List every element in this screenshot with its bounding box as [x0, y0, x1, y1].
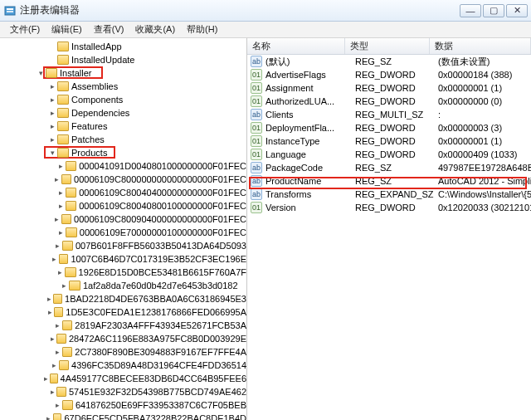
expand-icon[interactable]: ▸: [56, 162, 65, 170]
tree-item[interactable]: ▸2C7380F890BE3094883F9167EF7FFE4A: [0, 345, 246, 359]
value-data: 0x00000184 (388): [438, 70, 531, 80]
values-pane[interactable]: 名称 类型 数据 ab(默认)REG_SZ(数值未设置)01AdvertiseF…: [247, 38, 531, 420]
tree-item[interactable]: ▸57451E932F32D54398B775BCD749AE462: [0, 385, 246, 398]
tree-item[interactable]: ▸2819AF2303A4FFF43934E52671FCB53A: [0, 319, 246, 332]
tree-item[interactable]: ▸Components: [0, 93, 246, 106]
value-row[interactable]: abProductNameREG_SZAutoCAD 2012 - Simpli…: [247, 174, 531, 188]
tree-item[interactable]: ▸Patches: [0, 133, 246, 146]
expand-icon[interactable]: ▾: [37, 69, 45, 77]
expand-icon[interactable]: ▸: [56, 202, 65, 210]
expand-icon[interactable]: ▸: [53, 215, 61, 223]
expand-icon[interactable]: ▸: [49, 335, 56, 343]
col-name[interactable]: 名称: [247, 38, 345, 54]
folder-icon: [59, 360, 69, 370]
expand-icon[interactable]: ▸: [48, 122, 56, 130]
tree-pane[interactable]: InstalledAppInstalledUpdate▾Installer▸As…: [0, 38, 247, 420]
value-row[interactable]: 01InstanceTypeREG_DWORD0x00000001 (1): [247, 134, 531, 148]
tree-item[interactable]: ▸00006109C800904000000000000F01FEC: [0, 212, 246, 226]
expand-icon[interactable]: ▸: [49, 388, 56, 396]
value-row[interactable]: 01AdvertiseFlagsREG_DWORD0x00000184 (388…: [247, 68, 531, 81]
tree-item[interactable]: ▸641876250E69FF33953387C6C7F05BEB: [0, 398, 246, 412]
tree-item-label: 00006109C800904000000000000F01FEC: [74, 214, 246, 224]
expand-icon[interactable]: ▸: [48, 109, 56, 117]
expand-icon[interactable]: ▸: [54, 348, 61, 356]
tree-item[interactable]: ▸000041091D0040801000000000F01FEC: [0, 159, 246, 173]
folder-icon: [46, 68, 57, 78]
tree-item[interactable]: ▸1007C6B46D7C017319E3B52CF3EC196E: [0, 252, 246, 266]
tree-item[interactable]: ▸67D6ECF5CD5FBA73228B22BAC8DE1B4D: [0, 412, 246, 420]
value-row[interactable]: abClientsREG_MULTI_SZ:: [247, 108, 531, 121]
value-row[interactable]: 01VersionREG_DWORD0x12020033 (302121011): [247, 201, 531, 214]
tree-item[interactable]: ▸28472A6C1196E883A975FC8B0D003929E: [0, 332, 246, 345]
minimize-button[interactable]: —: [460, 4, 481, 17]
tree-item[interactable]: ▸1BAD2218D4DE6763BBA0A6C63186945E3: [0, 292, 246, 305]
tree-item[interactable]: ▸4396FC35D89A48D31964CFE4FDD36514: [0, 359, 246, 372]
col-type[interactable]: 类型: [345, 38, 430, 54]
value-row[interactable]: abTransformsREG_EXPAND_SZC:\Windows\Inst…: [247, 188, 531, 201]
expand-icon[interactable]: ▸: [46, 308, 53, 316]
tree-item[interactable]: InstalledUpdate: [0, 53, 246, 66]
expand-icon[interactable]: ▸: [51, 255, 57, 263]
close-button[interactable]: ✕: [506, 4, 528, 17]
tree-item[interactable]: ▾Products: [0, 146, 246, 159]
value-row[interactable]: abPackageCodeREG_SZ497987EE19728A648B277…: [247, 161, 531, 174]
menu-fav[interactable]: 收藏夹(A): [130, 22, 180, 37]
menu-file[interactable]: 文件(F): [5, 22, 45, 37]
values-rows: ab(默认)REG_SZ(数值未设置)01AdvertiseFlagsREG_D…: [247, 55, 531, 214]
binary-value-icon: 01: [251, 69, 262, 81]
tree-item[interactable]: ▸Dependencies: [0, 106, 246, 120]
folder-icon: [57, 42, 69, 51]
expand-icon[interactable]: ▸: [56, 188, 65, 197]
tree-item[interactable]: ▸1D5E3C0FEDA1E1238176866FED066995A: [0, 305, 246, 319]
value-row[interactable]: ab(默认)REG_SZ(数值未设置): [247, 55, 531, 68]
value-data: 0x00000001 (1): [438, 83, 531, 93]
tree-item[interactable]: ▸00006109C80040800100000000F01FEC: [0, 199, 246, 212]
folder-icon: [65, 267, 76, 277]
expand-icon[interactable]: ▸: [56, 268, 64, 276]
value-row[interactable]: 01AssignmentREG_DWORD0x00000001 (1): [247, 81, 531, 95]
value-row[interactable]: 01LanguageREG_DWORD0x00000409 (1033): [247, 148, 531, 161]
window-title: 注册表编辑器: [20, 3, 460, 17]
menu-edit[interactable]: 编辑(E): [46, 22, 87, 37]
expand-icon[interactable]: ▸: [42, 374, 48, 383]
tree-item[interactable]: ▸00006109C800000000000000000F01FEC: [0, 173, 246, 186]
expand-icon[interactable]: ▸: [57, 228, 66, 237]
expand-icon[interactable]: ▸: [48, 95, 56, 104]
tree-item-label: Dependencies: [71, 108, 129, 118]
expand-icon[interactable]: ▸: [53, 175, 61, 183]
tree-item[interactable]: ▸Features: [0, 120, 246, 133]
expand-icon[interactable]: ▸: [48, 135, 56, 144]
expand-icon[interactable]: ▸: [54, 321, 61, 330]
value-data: 0x00000000 (0): [438, 96, 531, 106]
col-data[interactable]: 数据: [430, 38, 531, 54]
tree-item[interactable]: ▾Installer: [0, 66, 246, 80]
folder-icon: [54, 307, 63, 317]
expand-icon[interactable]: ▸: [54, 401, 61, 409]
tree-item[interactable]: ▸Assemblies: [0, 80, 246, 93]
expand-icon[interactable]: ▸: [54, 242, 61, 250]
tree-item-label: 1D5E3C0FEDA1E1238176866FED066995A: [66, 307, 246, 317]
maximize-button[interactable]: ▢: [483, 4, 504, 17]
tree-item[interactable]: ▸00006109E70000000100000000F01FEC: [0, 226, 246, 239]
menu-view[interactable]: 查看(V): [89, 22, 129, 37]
tree-item[interactable]: ▸1af2a8da7e60d0b42d7e6453b3d0182: [0, 279, 246, 292]
expand-icon[interactable]: ▾: [48, 149, 56, 157]
string-value-icon: ab: [251, 188, 262, 200]
tree-item[interactable]: InstalledApp: [0, 40, 246, 53]
expand-icon[interactable]: ▸: [46, 414, 52, 420]
expand-icon[interactable]: ▸: [60, 281, 68, 290]
value-name: DeploymentFla...: [266, 123, 355, 133]
folder-icon: [57, 148, 69, 158]
tree-item[interactable]: ▸1926E8D15D0BCE53481B6615F760A7F: [0, 266, 246, 279]
expand-icon[interactable]: ▸: [46, 295, 53, 303]
tree-item[interactable]: ▸00006109C80040400000000000F01FEC: [0, 186, 246, 199]
value-row[interactable]: 01DeploymentFla...REG_DWORD0x00000003 (3…: [247, 121, 531, 134]
menu-help[interactable]: 帮助(H): [182, 22, 222, 37]
value-row[interactable]: 01AuthorizedLUA...REG_DWORD0x00000000 (0…: [247, 95, 531, 108]
tree-item[interactable]: ▸4A459177C8BECEE83DB6D4CC64B95FEE6: [0, 372, 246, 385]
expand-icon[interactable]: ▸: [48, 82, 56, 90]
binary-value-icon: 01: [251, 149, 262, 160]
value-type: REG_MULTI_SZ: [355, 110, 438, 120]
tree-item[interactable]: ▸007B601F8FFB56033B50413DA64D5093: [0, 239, 246, 252]
expand-icon[interactable]: ▸: [51, 361, 59, 369]
